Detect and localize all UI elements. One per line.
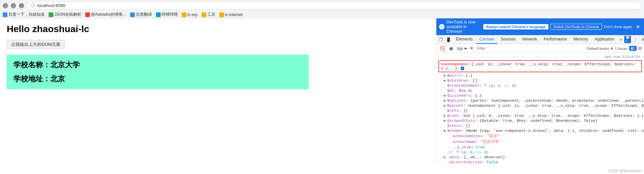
console-line: ► $slots : {} (438, 123, 642, 128)
reload-button[interactable]: ⟳ (19, 3, 24, 8)
console-line: ► $createElement : f (a, b, c, d) (438, 83, 642, 88)
school-address: 学校地址：北京 (13, 74, 302, 84)
devtools-icon-group: 💬1 ⋮ ✕ (624, 36, 644, 43)
url-text: localhost:8080 (37, 3, 65, 8)
console-line: ► $parent : VueComponent {_uid: 11, _isV… (438, 103, 642, 108)
bookmark-lc-internet[interactable]: lc-internet (219, 12, 243, 17)
tab-sources[interactable]: Sources (497, 35, 519, 44)
page-title: Hello zhaoshuai-lc (7, 24, 429, 34)
console-line: ► schoolName : "北京大学" (438, 139, 642, 145)
page-content: Hello zhaoshuai-lc 点我输出上方的DOM元素 学校名称：北京大… (0, 18, 436, 164)
console-content: App.vue:211c4:24 VueComponent {_uid: 12,… (436, 53, 644, 164)
default-levels-label[interactable]: Default levels ▼ (587, 47, 613, 51)
console-line: ► $listeners : {…} (438, 93, 642, 98)
address-bar-row: ← → ⟳ ⓘ localhost:8080 (0, 0, 644, 11)
console-line: ► $el : div.sc (438, 88, 642, 93)
tab-console[interactable]: Console (476, 35, 497, 44)
vue-component-label: VueComponent (441, 62, 469, 66)
source-link[interactable]: App.vue:211c4:24 (438, 54, 642, 60)
forward-button[interactable]: → (11, 3, 16, 8)
back-button[interactable]: ← (3, 3, 8, 8)
bookmark-baidu[interactable]: 百度一下，你就知道 (3, 12, 45, 17)
console-line: ► schoolAddress : "北京" (438, 133, 642, 139)
devtools-tabs: ❐ 📱 Elements Console Sources Network Per… (436, 35, 644, 44)
bookmark-icon-lc-internet (219, 12, 224, 17)
bookmark-icon-json (49, 12, 53, 17)
notification-close-button[interactable]: ✕ (634, 24, 641, 30)
info-icon: i (439, 24, 444, 29)
bookmark-icon-bilibili (156, 12, 161, 17)
console-line: ► $root : Vue {_uid: 0, _isVue: true, __… (438, 113, 642, 118)
devtools-panel: i DevTools is now available in Chinese! … (436, 18, 644, 164)
console-line: ► __v_skip : true (438, 145, 642, 150)
bookmark-json[interactable]: JSON在线解析 (49, 12, 81, 17)
bookmark-icon-lc-erp (182, 12, 186, 17)
bookmark-icon-baidu-translate (130, 12, 135, 17)
more-tabs-button[interactable]: » (618, 35, 624, 44)
issue-text: 1 Issue: (615, 47, 628, 51)
eye-icon: 👁 (470, 46, 474, 51)
bookmark-icon-baidu (3, 12, 7, 17)
console-line: ► _c : f (a, b, c, d) (438, 150, 642, 155)
dom-button[interactable]: 点我输出上方的DOM元素 (7, 40, 65, 49)
toggle-sidebar-button[interactable]: ▣ (448, 45, 454, 52)
context-selector[interactable]: top (456, 46, 468, 51)
vue-component-box: VueComponent {_uid: 12, _isVue: true, __… (438, 60, 642, 72)
console-toolbar: 🚫 ▣ top 👁 Default levels ▼ 1 Issue: ▮1 ⚙ (436, 44, 644, 53)
tab-memory[interactable]: Memory (570, 35, 591, 44)
bookmark-bilibili[interactable]: 哔哩哔哩 (156, 12, 178, 17)
console-line: ► $options : {parent: VueComponent, _par… (438, 98, 642, 103)
tab-network[interactable]: Network (519, 35, 540, 44)
store-as-variable-button[interactable]: i (461, 67, 464, 70)
issue-badge: ▮1 (629, 46, 637, 51)
bookmark-icon-autowire (85, 12, 90, 17)
console-line: ► $vnode : VNode {tag: 'vue-component-2-… (438, 128, 642, 133)
school-info: 学校名称：北京大学 学校地址：北京 (7, 55, 309, 89)
browser-chrome: ← → ⟳ ⓘ localhost:8080 百度一下，你就知道 JSON在线解… (0, 0, 644, 18)
console-line: ► $scopedSlots : {$stable: true, $key: u… (438, 118, 642, 123)
console-line: ► $attrs : {…} (438, 73, 642, 78)
settings-button[interactable]: ⚙ (638, 46, 642, 51)
clear-console-button[interactable]: 🚫 (438, 45, 446, 52)
filter-input[interactable] (475, 46, 585, 52)
device-toolbar-icon[interactable]: 📱 (444, 36, 452, 43)
bookmark-lc-erp[interactable]: lc-erp (182, 12, 198, 17)
school-name: 学校名称：北京大学 (13, 60, 302, 70)
console-line: ► $refs : {} (438, 108, 642, 113)
bookmark-tools[interactable]: 工具 (202, 12, 215, 17)
console-line: ► _directInactive : false (438, 160, 642, 164)
bookmark-icon-tools (202, 12, 206, 17)
customize-devtools-button[interactable]: ⋮ (632, 36, 639, 43)
notification-count-badge: 💬1 (624, 36, 631, 43)
notification-text: DevTools is now available in Chinese! (446, 20, 481, 34)
console-line: ► $children : [] (438, 78, 642, 83)
bookmark-autowire[interactable]: @Autowire的博客... (85, 12, 126, 17)
vue-component-props: {_uid: 12, _isVue: true, __v_skip: true,… (441, 62, 636, 71)
tab-performance[interactable]: Performance (540, 35, 570, 44)
dont-show-label[interactable]: Don't show again (604, 25, 632, 29)
tab-application[interactable]: Application (591, 35, 618, 44)
inspect-element-icon[interactable]: ❐ (438, 36, 444, 43)
bookmarks-bar: 百度一下，你就知道 JSON在线解析 @Autowire的博客... 百度翻译 … (0, 11, 644, 18)
always-match-button[interactable]: Always match Chrome's language (483, 24, 548, 29)
bookmark-baidu-translate[interactable]: 百度翻译 (130, 12, 152, 17)
close-devtools-button[interactable]: ✕ (640, 36, 644, 43)
address-bar[interactable]: ⓘ localhost:8080 (27, 1, 641, 10)
devtools-notification: i DevTools is now available in Chinese! … (436, 18, 644, 35)
tab-elements[interactable]: Elements (452, 35, 476, 44)
console-line: ► _data : {__ob__: Observer} (438, 155, 642, 160)
main-layout: Hello zhaoshuai-lc 点我输出上方的DOM元素 学校名称：北京大… (0, 18, 644, 164)
lock-icon: ⓘ (31, 3, 35, 8)
switch-devtools-button[interactable]: Switch DevTools to Chinese (550, 24, 602, 30)
